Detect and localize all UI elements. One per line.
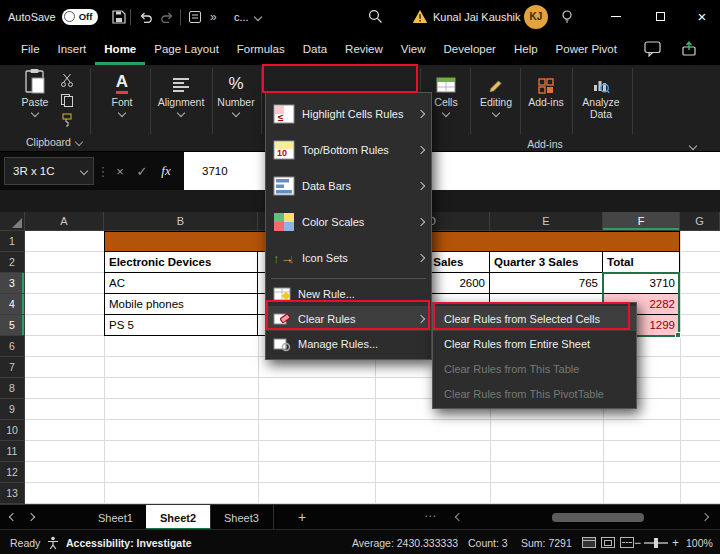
tab-home[interactable]: Home [95, 33, 145, 65]
comment-icon [644, 41, 661, 57]
tab-list-overflow[interactable]: ⋯ [424, 509, 436, 523]
undo-button[interactable] [138, 0, 153, 33]
cell-f2[interactable]: Total [603, 252, 680, 273]
row-header-7[interactable]: 7 [0, 357, 25, 378]
row-header-2[interactable]: 2 [0, 252, 25, 273]
row-header-3[interactable]: 3 [0, 273, 25, 294]
new-sheet-button[interactable]: + [298, 509, 306, 525]
row-header-4[interactable]: 4 [0, 294, 25, 315]
row-header-11[interactable]: 11 [0, 441, 25, 462]
tab-review[interactable]: Review [336, 33, 392, 65]
tab-scroll-right-icon[interactable] [27, 513, 35, 521]
cells-group-button[interactable]: Cells [426, 68, 466, 116]
group-separator [212, 68, 213, 134]
zoom-out-button[interactable]: − [634, 530, 641, 554]
insert-function-button[interactable]: fx [154, 152, 178, 190]
minimize-button[interactable] [596, 0, 636, 33]
addins-button[interactable]: Add-ins [524, 68, 568, 108]
tab-formulas[interactable]: Formulas [228, 33, 294, 65]
sheet-tab-sheet1[interactable]: Sheet1 [84, 505, 148, 530]
account-avatar[interactable]: KJ [524, 0, 548, 33]
hscroll-right-icon[interactable] [701, 513, 709, 521]
cell-b5[interactable]: PS 5 [104, 315, 258, 336]
collapse-ribbon-button[interactable] [690, 135, 696, 153]
menu-item-data-bars[interactable]: Data Bars [266, 168, 431, 204]
dialog-launcher-icon[interactable] [75, 138, 83, 146]
submenu-item-clear-entire-sheet[interactable]: Clear Rules from Entire Sheet [433, 331, 636, 356]
tab-help[interactable]: Help [505, 33, 547, 65]
sheet-tab-sheet2[interactable]: Sheet2 [146, 505, 211, 530]
name-box-value: 3R x 1C [13, 165, 55, 177]
column-header-e[interactable]: E [490, 212, 603, 231]
comments-button[interactable] [638, 38, 666, 60]
analyze-data-button[interactable]: Analyze Data [576, 68, 626, 120]
account-warning[interactable] [412, 0, 428, 33]
tab-power-pivot[interactable]: Power Pivot [547, 33, 626, 65]
sheet-tab-sheet3[interactable]: Sheet3 [210, 505, 274, 530]
copy-button[interactable] [60, 93, 74, 111]
view-page-layout-icon[interactable] [601, 537, 615, 548]
menu-item-top-bottom-rules[interactable]: 10 Top/Bottom Rules [266, 132, 431, 168]
accessibility-button[interactable] [46, 530, 60, 554]
autosave-toggle[interactable]: AutoSave Off [8, 0, 98, 33]
column-header-f[interactable]: F [603, 212, 680, 231]
close-button[interactable]: × [682, 0, 720, 33]
addins-button-label: Add-ins [528, 96, 564, 108]
accessibility-status[interactable]: Accessibility: Investigate [66, 530, 191, 554]
name-box[interactable]: 3R x 1C [4, 157, 94, 185]
row-header-10[interactable]: 10 [0, 420, 25, 441]
share-icon [681, 41, 699, 57]
row-header-6[interactable]: 6 [0, 336, 25, 357]
hscroll-left-icon[interactable] [455, 513, 463, 521]
view-page-break-icon[interactable] [620, 537, 634, 548]
cell-b4[interactable]: Mobile phones [104, 294, 258, 315]
row-header-8[interactable]: 8 [0, 378, 25, 399]
document-name-menu[interactable]: c... [234, 0, 261, 33]
touch-mode-button[interactable] [188, 0, 202, 33]
menu-item-color-scales[interactable]: Color Scales [266, 204, 431, 240]
menu-item-manage-rules[interactable]: Manage Rules... [266, 331, 431, 356]
fill-handle[interactable] [675, 332, 681, 338]
cell-e3[interactable]: 765 [490, 273, 603, 294]
tab-page-layout[interactable]: Page Layout [145, 33, 228, 65]
menu-item-highlight-cells-rules[interactable]: ≤ Highlight Cells Rules [266, 96, 431, 132]
font-group-button[interactable]: A Font [98, 68, 146, 116]
paste-button[interactable]: Paste [12, 68, 58, 116]
column-header-b[interactable]: B [104, 212, 258, 231]
number-group-button[interactable]: % Number [214, 68, 258, 116]
cell-e2[interactable]: Quarter 3 Sales [490, 252, 603, 273]
tab-data[interactable]: Data [294, 33, 336, 65]
horizontal-scrollbar-thumb[interactable] [552, 513, 644, 522]
whats-new-button[interactable] [560, 0, 574, 33]
share-button[interactable] [674, 38, 706, 60]
quick-access-overflow-button[interactable]: » [210, 0, 217, 33]
tab-insert[interactable]: Insert [49, 33, 96, 65]
row-header-13[interactable]: 13 [0, 483, 25, 504]
zoom-slider-knob[interactable] [654, 538, 658, 548]
cell-b2[interactable]: Electronic Devices [104, 252, 258, 273]
select-all-corner[interactable] [0, 212, 25, 231]
zoom-in-button[interactable]: + [672, 530, 679, 554]
row-header-12[interactable]: 12 [0, 462, 25, 483]
format-painter-button[interactable] [60, 113, 74, 131]
alignment-group-button[interactable]: Alignment [154, 68, 208, 116]
tab-view[interactable]: View [392, 33, 435, 65]
column-header-a[interactable]: A [25, 212, 104, 231]
menu-item-icon-sets[interactable]: ↑→↓ Icon Sets [266, 240, 431, 276]
tab-scroll-left-icon[interactable] [9, 513, 17, 521]
tab-developer[interactable]: Developer [435, 33, 505, 65]
editing-group-button[interactable]: Editing [474, 68, 518, 116]
save-button[interactable] [112, 0, 126, 33]
cut-button[interactable] [60, 73, 74, 91]
view-normal-icon[interactable] [582, 537, 596, 548]
account-name[interactable]: Kunal Jai Kaushik [433, 0, 520, 33]
row-header-1[interactable]: 1 [0, 231, 25, 252]
restore-button[interactable] [640, 0, 680, 33]
cell-b3[interactable]: AC [104, 273, 258, 294]
search-button[interactable] [368, 0, 383, 33]
tab-file[interactable]: File [12, 33, 49, 65]
zoom-level[interactable]: 100% [686, 530, 713, 554]
row-header-5[interactable]: 5 [0, 315, 25, 336]
row-header-9[interactable]: 9 [0, 399, 25, 420]
column-header-g[interactable]: G [680, 212, 720, 231]
